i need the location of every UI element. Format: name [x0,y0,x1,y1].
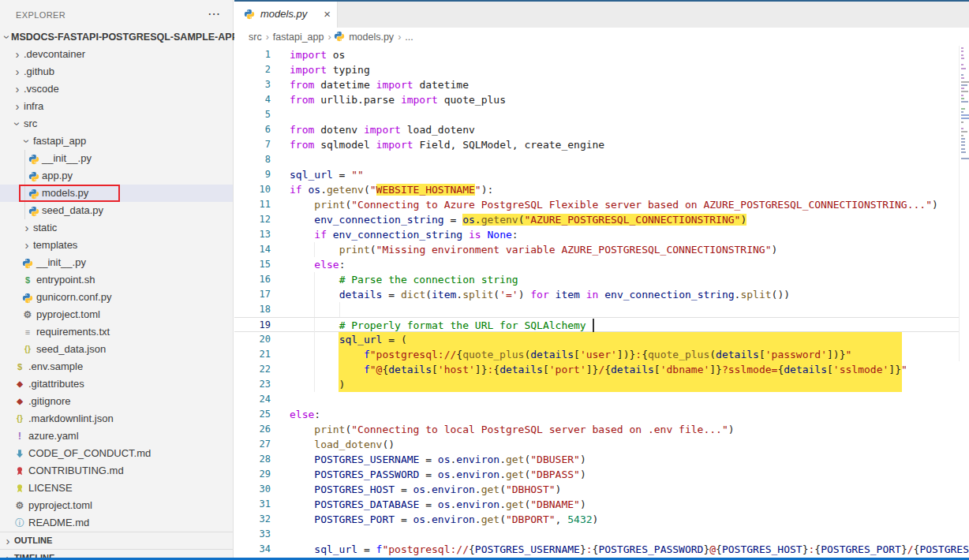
line-number[interactable]: 1 [234,47,271,62]
breadcrumb-symbols[interactable]: ... [405,32,413,43]
code-line-18[interactable]: 18 [234,302,969,317]
code-line-29[interactable]: 29 POSTGRES_PASSWORD = os.environ.get("D… [234,467,969,482]
code-line-28[interactable]: 28 POSTGRES_USERNAME = os.environ.get("D… [234,452,969,467]
line-number[interactable]: 30 [234,482,271,497]
tree-item-__init__.py[interactable]: __init__.py [0,150,233,167]
code-line-24[interactable]: 24 [234,392,969,407]
close-icon[interactable]: × [324,7,331,21]
tree-item-requirements.txt[interactable]: ≡requirements.txt [0,323,233,341]
minimap[interactable] [959,46,969,361]
line-number[interactable]: 18 [234,302,271,317]
code-line-25[interactable]: 25else: [234,407,969,422]
code-line-6[interactable]: 6from dotenv import load_dotenv [234,122,969,137]
line-number[interactable]: 6 [234,122,271,137]
tree-item-.vscode[interactable]: ›.vscode [0,80,233,98]
line-number[interactable]: 21 [234,347,271,362]
tree-root-folder[interactable]: › MSDOCS-FASTAPI-POSTGRESQL-SAMPLE-APP [… [0,28,233,46]
line-number[interactable]: 17 [234,287,271,302]
sidebar-section-outline[interactable]: › OUTLINE [0,532,233,549]
line-number[interactable]: 13 [234,227,271,242]
code-editor[interactable]: 1import os2import typing3from datetime i… [234,47,969,557]
tree-item-azure.yaml[interactable]: !azure.yaml [0,427,233,445]
line-number[interactable]: 7 [234,137,271,152]
tree-item-.gitattributes[interactable]: ◆.gitattributes [0,375,233,393]
tree-item-gunicorn.conf.py[interactable]: gunicorn.conf.py [0,289,233,306]
code-line-21[interactable]: 21 f"postgresql://{quote_plus(details['u… [234,347,969,362]
code-line-9[interactable]: 9sql_url = "" [234,167,969,182]
line-number[interactable]: 16 [234,272,271,287]
tree-item-CONTRIBUTING.md[interactable]: CONTRIBUTING.md [0,462,233,480]
line-number[interactable]: 12 [234,212,271,227]
line-number[interactable]: 4 [234,92,271,107]
tree-item-pyproject.toml[interactable]: ⚙pyproject.toml [0,306,233,323]
line-number[interactable]: 25 [234,407,271,422]
code-line-2[interactable]: 2import typing [234,62,969,77]
code-line-20[interactable]: 20 sql_url = ( [234,332,969,347]
tree-item-.gitignore[interactable]: ◆.gitignore [0,393,233,410]
line-number[interactable]: 29 [234,467,271,482]
line-number[interactable]: 28 [234,452,271,467]
code-line-23[interactable]: 23 ) [234,377,969,392]
code-line-33[interactable]: 33 [234,527,969,542]
code-line-1[interactable]: 1import os [234,47,969,62]
tree-item-.devcontainer[interactable]: ›.devcontainer [0,46,233,63]
tree-item-.env.sample[interactable]: $.env.sample [0,358,233,375]
line-number[interactable]: 31 [234,497,271,512]
code-line-7[interactable]: 7from sqlmodel import Field, SQLModel, c… [234,137,969,152]
more-actions-icon[interactable]: ⋯ [208,6,220,21]
code-line-13[interactable]: 13 if env_connection_string is None: [234,227,969,242]
code-line-27[interactable]: 27 load_dotenv() [234,437,969,452]
line-number[interactable]: 14 [234,242,271,257]
code-line-14[interactable]: 14 print("Missing environment variable A… [234,242,969,257]
tree-item-infra[interactable]: ›infra [0,98,233,115]
line-number[interactable]: 33 [234,527,271,542]
tree-item-entrypoint.sh[interactable]: $entrypoint.sh [0,271,233,289]
tree-item-src[interactable]: ›src [0,115,233,133]
line-number[interactable]: 15 [234,257,271,272]
code-line-19[interactable]: 19 # Properly format the URL for SQLAlch… [234,317,969,332]
breadcrumb-fastapi-app[interactable]: fastapi_app [273,32,324,43]
code-line-5[interactable]: 5 [234,107,969,122]
tree-item-CODE_OF_CONDUCT.md[interactable]: CODE_OF_CONDUCT.md [0,445,233,462]
tree-item-seed_data.py[interactable]: seed_data.py [0,202,233,219]
code-line-11[interactable]: 11 print("Connecting to Azure PostgreSQL… [234,197,969,212]
code-line-12[interactable]: 12 env_connection_string = os.getenv("AZ… [234,212,969,227]
line-number[interactable]: 27 [234,437,271,452]
code-line-16[interactable]: 16 # Parse the connection string [234,272,969,287]
code-line-31[interactable]: 31 POSTGRES_DATABASE = os.environ.get("D… [234,497,969,512]
breadcrumb-models-py[interactable]: models.py [349,32,394,43]
tree-item-.github[interactable]: ›.github [0,63,233,80]
breadcrumb-src[interactable]: src [249,32,262,43]
line-number[interactable]: 19 [234,318,271,333]
code-line-10[interactable]: 10if os.getenv("WEBSITE_HOSTNAME"): [234,182,969,197]
tree-item-templates[interactable]: ›templates [0,237,233,254]
tree-item-models.py[interactable]: models.py [0,185,233,202]
code-line-3[interactable]: 3from datetime import datetime [234,77,969,92]
line-number[interactable]: 24 [234,392,271,407]
line-number[interactable]: 34 [234,542,271,557]
tree-item-pyproject.toml[interactable]: ⚙pyproject.toml [0,497,233,514]
line-number[interactable]: 11 [234,197,271,212]
line-number[interactable]: 20 [234,332,271,347]
tree-item-static[interactable]: ›static [0,219,233,237]
line-number[interactable]: 10 [234,182,271,197]
line-number[interactable]: 23 [234,377,271,392]
tree-item-fastapi_app[interactable]: ›fastapi_app [0,133,233,150]
tree-item-__init__.py[interactable]: __init__.py [0,254,233,271]
code-line-4[interactable]: 4from urllib.parse import quote_plus [234,92,969,107]
line-number[interactable]: 2 [234,62,271,77]
code-line-17[interactable]: 17 details = dict(item.split('=') for it… [234,287,969,302]
code-line-15[interactable]: 15 else: [234,257,969,272]
code-line-32[interactable]: 32 POSTGRES_PORT = os.environ.get("DBPOR… [234,512,969,527]
tree-item-LICENSE[interactable]: LICENSE [0,480,233,497]
line-number[interactable]: 9 [234,167,271,182]
code-line-22[interactable]: 22 f"@{details['host']}:{details['port']… [234,362,969,377]
line-number[interactable]: 26 [234,422,271,437]
tree-item-app.py[interactable]: app.py [0,167,233,185]
line-number[interactable]: 5 [234,107,271,122]
code-line-30[interactable]: 30 POSTGRES_HOST = os.environ.get("DBHOS… [234,482,969,497]
line-number[interactable]: 3 [234,77,271,92]
code-line-8[interactable]: 8 [234,152,969,167]
tree-item-README.md[interactable]: ⓘREADME.md [0,514,233,532]
tab-models-py[interactable]: models.py × [234,2,338,28]
